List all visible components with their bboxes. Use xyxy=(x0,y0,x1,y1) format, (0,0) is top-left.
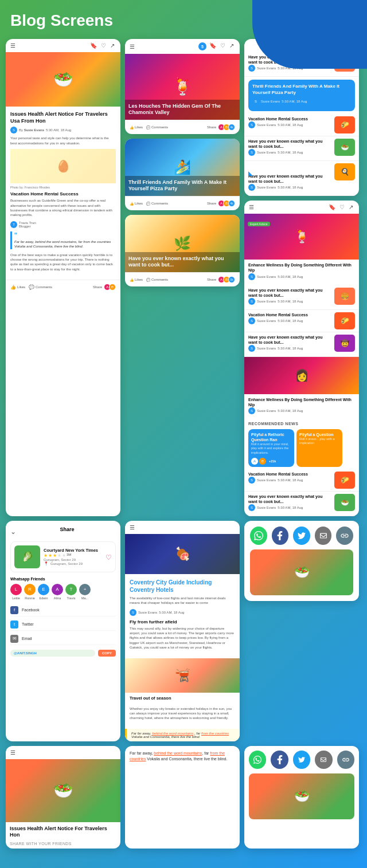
link-icon-bottom[interactable] xyxy=(337,751,354,769)
list-item-e5[interactable]: Have you ever known exactly what you wan… xyxy=(244,492,359,516)
heart-bookmark[interactable]: ♡ xyxy=(106,552,112,562)
friends-label: Whatsapp Friends xyxy=(10,577,116,581)
quote-text-end: Vokalia and Consonantia, there live the … xyxy=(131,735,200,739)
comment-icon: 💬 xyxy=(146,278,150,282)
comments-button[interactable]: 💬 Comments xyxy=(146,202,168,206)
list-item-e1[interactable]: Have you ever known exactly what you wan… xyxy=(244,285,359,310)
thumbnail-e3: 🤠 xyxy=(334,335,355,352)
heart-icon[interactable]: ♡ xyxy=(101,42,106,49)
expert-title: Enhance Wellness By Doing Something Diff… xyxy=(248,262,355,273)
rec-card-1[interactable]: Pityful a Rethoric Question Ran Roll it … xyxy=(248,429,294,467)
coventry-body-1: The availability of low-cost flights and… xyxy=(130,596,235,606)
hamburger-icon[interactable]: ☰ xyxy=(249,204,254,210)
list-item-e4[interactable]: Vacation Home Rental Success S Susie Eva… xyxy=(244,469,359,492)
overlay-title-pizza: Thrill Friends And Family With A Make It… xyxy=(125,176,240,196)
likes-button[interactable]: 👍 Likes xyxy=(130,202,143,206)
heart-icon[interactable]: ♡ xyxy=(220,42,225,50)
share-icon[interactable]: ↗ xyxy=(349,204,353,210)
twitter-icon-bottom[interactable] xyxy=(293,751,310,769)
hamburger-icon[interactable]: ☰ xyxy=(10,42,15,49)
friend-name-edwin: Edwin xyxy=(40,596,48,600)
friend-edwin[interactable]: E Edwin xyxy=(38,584,49,600)
rec-card-1-text: Roll it around in your mind, play with i… xyxy=(251,442,291,454)
social-twitter[interactable]: t Twitter xyxy=(10,619,116,631)
friend-lettie[interactable]: L Lettie xyxy=(10,584,22,600)
email-share-icon[interactable] xyxy=(315,527,332,545)
likes-button[interactable]: 👍 Likes xyxy=(10,285,25,290)
hamburger-icon[interactable]: ☰ xyxy=(130,44,135,50)
list-item-e2[interactable]: Vacation Home Rental Success S Susie Eva… xyxy=(244,310,359,332)
rec-card-2-text: Roll it aroun... play with a implication xyxy=(299,437,339,445)
screen-health-alert-bottom: ☰ 🥗 Issues Health Alert Notice For Trave… xyxy=(6,746,120,849)
friend-ronnie[interactable]: R Ronnie xyxy=(24,584,36,600)
coventry-title: Coventry City Guide Including Coventry H… xyxy=(130,579,235,594)
friend-travis[interactable]: T Travis xyxy=(65,584,77,600)
list-item-2[interactable]: Vacation Home Rental Success S Susie Eva… xyxy=(244,114,359,136)
chevron-down-icon[interactable]: ⌄ xyxy=(10,528,16,536)
likes-button[interactable]: 👍 Likes xyxy=(130,278,143,282)
bookmark-icon[interactable]: 🔖 xyxy=(90,42,97,49)
hamburger-icon[interactable]: ☰ xyxy=(10,749,15,756)
likes-button[interactable]: 👍 Likes xyxy=(130,125,143,129)
comments-button[interactable]: 💬 Comments xyxy=(146,125,168,129)
star-2: ★ xyxy=(48,553,52,558)
share-icon[interactable]: ↗ xyxy=(229,42,234,50)
friend-avatar-img: T xyxy=(65,584,77,595)
screen-share: ⌄ Share 🥬 Courtyard New York Times ★ ★ ★… xyxy=(6,521,120,741)
season-image: 🫕 xyxy=(125,658,240,693)
comments-button[interactable]: 💬 Comments xyxy=(146,278,168,282)
avatar: S xyxy=(10,127,17,133)
list-item-e1-title: Have you ever known exactly what you wan… xyxy=(248,288,332,298)
user-tag: @ANIT.SINGH xyxy=(10,650,95,657)
featured-card[interactable]: Thrill Friends And Family With A Make It… xyxy=(248,80,355,111)
link-share-icon[interactable] xyxy=(336,527,353,545)
facebook-icon-bottom[interactable] xyxy=(271,751,288,769)
social-facebook[interactable]: f Facebook xyxy=(10,604,116,616)
fly-further-title: Fly from further afield xyxy=(130,619,235,625)
quote-author-role: Blogger xyxy=(19,225,36,228)
comment-icon: 💬 xyxy=(29,285,34,290)
facebook-share-icon[interactable] xyxy=(272,527,289,545)
social-email[interactable]: ✉ Email xyxy=(10,633,116,645)
whatsapp-icon-bottom[interactable] xyxy=(249,751,266,769)
share-link-title: Courtyard New York Times xyxy=(44,548,98,553)
hamburger-icon[interactable]: ☰ xyxy=(130,524,135,531)
twitter-share-icon[interactable] xyxy=(293,527,310,545)
list-item-4[interactable]: Have you ever known exactly what you wan… xyxy=(244,161,359,196)
share-icon[interactable]: ↗ xyxy=(110,42,115,49)
article-title: Issues Health Alert Notice For Travelers… xyxy=(10,111,116,124)
author-name: Susie Evans xyxy=(138,611,157,614)
email-icon-bottom[interactable] xyxy=(315,751,332,769)
friend-more[interactable]: + Ma... xyxy=(79,584,91,600)
link-behind[interactable]: behind the word mountains xyxy=(154,751,202,755)
fly-further-body: This may sound silly, but by widening yo… xyxy=(130,626,235,650)
rec-card-2-title: Pityful a Question xyxy=(299,432,339,437)
bookmark-icon[interactable]: 🔖 xyxy=(209,42,216,50)
whatsapp-icon[interactable] xyxy=(250,527,267,545)
comments-button[interactable]: 💬 Comments xyxy=(29,285,52,290)
expert-article-content: Enhance Wellness By Doing Something Diff… xyxy=(244,260,359,285)
star-1: ★ xyxy=(44,553,48,558)
second-title: Enhance Wellness By Doing Something Diff… xyxy=(248,397,355,407)
list-item-e4-author: S Susie Evans 5:30 AM, 18 Aug xyxy=(248,477,332,484)
friend-avatar-img: L xyxy=(10,584,22,595)
avatar-group: A B 4k xyxy=(220,200,235,207)
friend-alma[interactable]: A Alma xyxy=(52,584,63,600)
quote-link-2[interactable]: from the countries xyxy=(201,732,229,735)
email-label: Email xyxy=(22,637,32,641)
comment-icon: 💬 xyxy=(146,125,150,129)
count-badge: 4k xyxy=(228,200,235,207)
copy-button[interactable]: COPY xyxy=(98,650,116,657)
heart-icon[interactable]: ♡ xyxy=(339,204,345,210)
food-preview-image-2: 🥗 xyxy=(249,773,354,819)
rec-card-2[interactable]: Pityful a Question Roll it aroun... play… xyxy=(296,429,342,467)
friend-avatar-img: R xyxy=(24,584,36,595)
publish-date: 5:30 AM, 18 Aug xyxy=(278,151,303,154)
bookmark-icon[interactable]: 🔖 xyxy=(329,204,335,210)
list-item-e3[interactable]: Have you ever known exactly what you wan… xyxy=(244,332,359,357)
hero-container-cook: 🌿 Have you ever known exactly what you w… xyxy=(125,215,240,272)
food-preview-image: 🥗 xyxy=(250,549,353,595)
list-item-3[interactable]: Have you ever known exactly what you wan… xyxy=(244,136,359,161)
list-item-4-title: Have you ever known exactly what you wan… xyxy=(248,174,332,184)
quote-author-name: Travis Tran xyxy=(19,221,36,225)
